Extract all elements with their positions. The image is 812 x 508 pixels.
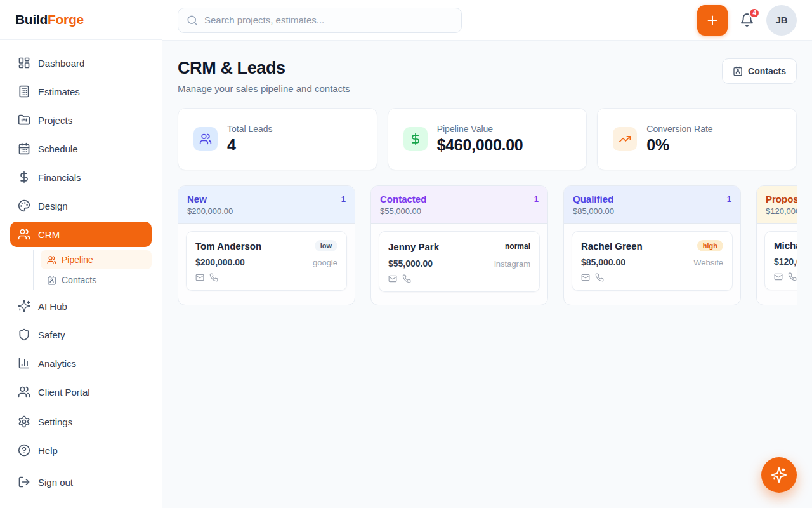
sidebar: BuildForge Dashboard Estimates Projects …	[0, 0, 162, 508]
mail-icon[interactable]	[581, 273, 590, 282]
sidebar-item-analytics[interactable]: Analytics	[10, 351, 152, 376]
sidebar-item-settings[interactable]: Settings	[10, 409, 152, 434]
folder-icon	[18, 114, 30, 126]
mail-icon[interactable]	[388, 274, 397, 283]
calculator-icon	[18, 85, 30, 98]
sidebar-item-ai-hub[interactable]: AI Hub	[10, 293, 152, 319]
sidebar-item-safety[interactable]: Safety	[10, 322, 152, 347]
notifications-button[interactable]: 4	[738, 11, 756, 29]
stat-card-total-leads: Total Leads 4	[178, 108, 377, 170]
sidebar-item-schedule[interactable]: Schedule	[10, 136, 152, 161]
sidebar-item-estimates[interactable]: Estimates	[10, 79, 152, 104]
mail-icon[interactable]	[195, 273, 204, 282]
stat-value: 0%	[646, 136, 712, 154]
search-input[interactable]	[204, 15, 453, 25]
trending-up-icon	[613, 127, 637, 151]
contacts-button-label: Contacts	[748, 66, 786, 76]
top-bar: 4 JB	[162, 0, 812, 41]
page-title: CRM & Leads	[178, 58, 350, 78]
column-total: $55,000.00	[380, 206, 539, 216]
search-box	[178, 8, 462, 33]
sidebar-item-contacts[interactable]: Contacts	[41, 271, 152, 290]
column-header: New 1 $200,000.00	[178, 186, 355, 224]
sidebar-item-financials[interactable]: Financials	[10, 164, 152, 190]
plus-icon	[705, 13, 719, 27]
help-icon	[18, 444, 30, 457]
stat-label: Total Leads	[227, 124, 273, 134]
sidebar-item-help[interactable]: Help	[10, 438, 152, 463]
priority-badge: normal	[499, 240, 530, 253]
search-icon	[187, 15, 198, 26]
sidebar-item-label: Dashboard	[38, 58, 84, 69]
stat-value: 4	[227, 136, 273, 154]
lead-value: $200,000.00	[195, 257, 245, 267]
sidebar-item-pipeline[interactable]: Pipeline	[41, 250, 152, 269]
sidebar-footer: Settings Help Sign out	[0, 401, 162, 508]
sidebar-item-label: Sign out	[38, 477, 73, 488]
sidebar-item-crm[interactable]: CRM	[10, 222, 152, 247]
phone-icon[interactable]	[209, 273, 218, 282]
brand-forge: Forge	[48, 12, 84, 27]
ai-assistant-button[interactable]	[761, 457, 797, 493]
shield-icon	[18, 328, 30, 341]
column-name: New	[187, 194, 207, 204]
page-subtitle: Manage your sales pipeline and contacts	[178, 83, 350, 94]
gear-icon	[18, 415, 30, 428]
phone-icon[interactable]	[595, 273, 604, 282]
sidebar-item-label: CRM	[38, 229, 60, 240]
lead-card[interactable]: Rachel Green high $85,000.00 Website	[572, 231, 733, 291]
column-total: $200,000.00	[187, 206, 346, 216]
sidebar-subitem-label: Pipeline	[62, 255, 93, 265]
sidebar-nav: Dashboard Estimates Projects Schedule Fi…	[0, 40, 162, 401]
column-count: 1	[534, 194, 539, 204]
stat-card-conversion-rate: Conversion Rate 0%	[597, 108, 797, 170]
priority-badge: low	[315, 240, 337, 251]
column-total: $120,000.00	[766, 206, 797, 216]
sidebar-item-label: Help	[38, 445, 58, 456]
lead-name: Michael	[774, 240, 797, 251]
sidebar-item-sign-out[interactable]: Sign out	[10, 469, 152, 495]
sidebar-item-label: Design	[38, 201, 68, 211]
mail-icon[interactable]	[774, 272, 783, 281]
phone-icon[interactable]	[402, 274, 411, 283]
contacts-button[interactable]: Contacts	[722, 58, 797, 84]
sidebar-item-design[interactable]: Design	[10, 193, 152, 218]
lead-card[interactable]: Michael $120,000.00	[764, 231, 797, 290]
contact-card-icon	[733, 66, 743, 76]
topbar-actions: 4 JB	[697, 5, 797, 36]
column-body: Jenny Park normal $55,000.00 instagram	[371, 224, 547, 305]
column-header: Proposal 1 $120,000.00	[757, 186, 797, 224]
sidebar-item-label: Estimates	[38, 86, 80, 97]
sidebar-item-label: Schedule	[38, 144, 78, 154]
sidebar-item-projects[interactable]: Projects	[10, 107, 152, 133]
calendar-icon	[18, 142, 30, 155]
avatar[interactable]: JB	[766, 5, 797, 36]
dashboard-icon	[18, 57, 30, 69]
users-icon	[18, 228, 30, 241]
pipeline-column-new: New 1 $200,000.00 Tom Anderson low $200,…	[178, 185, 355, 305]
stat-card-pipeline-value: Pipeline Value $460,000.00	[388, 108, 587, 170]
sidebar-item-dashboard[interactable]: Dashboard	[10, 50, 152, 76]
column-body: Rachel Green high $85,000.00 Website	[564, 224, 740, 305]
lead-source: Website	[693, 258, 723, 267]
bar-chart-icon	[18, 357, 30, 370]
column-count: 1	[341, 194, 346, 204]
sidebar-item-label: Safety	[38, 330, 65, 340]
priority-badge: high	[697, 240, 723, 251]
lead-card[interactable]: Jenny Park normal $55,000.00 instagram	[379, 231, 540, 292]
pipeline-column-proposal: Proposal 1 $120,000.00 Michael $120,000.…	[756, 185, 797, 305]
stats-row: Total Leads 4 Pipeline Value $460,000.00…	[178, 108, 797, 170]
column-name: Contacted	[380, 194, 426, 204]
column-header: Contacted 1 $55,000.00	[371, 186, 547, 224]
column-count: 1	[727, 194, 731, 204]
contact-card-icon	[47, 276, 56, 285]
lead-value: $85,000.00	[581, 257, 625, 267]
brand-build: Build	[15, 12, 48, 27]
sparkles-icon	[771, 467, 787, 483]
phone-icon[interactable]	[788, 272, 797, 281]
column-total: $85,000.00	[573, 206, 731, 216]
users-icon	[193, 127, 218, 151]
lead-card[interactable]: Tom Anderson low $200,000.00 google	[186, 231, 347, 291]
add-button[interactable]	[697, 5, 728, 36]
sidebar-item-client-portal[interactable]: Client Portal	[10, 379, 152, 401]
